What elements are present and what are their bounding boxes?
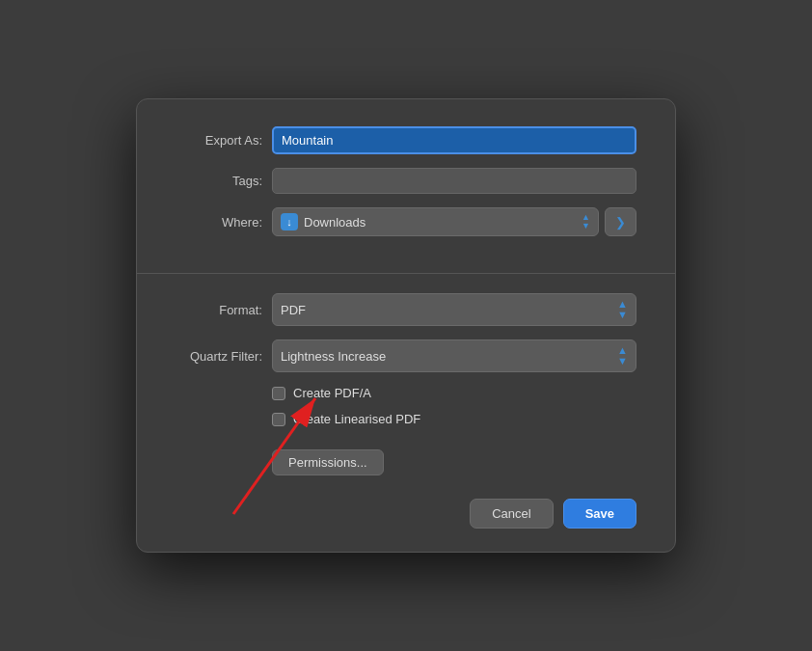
tags-input[interactable]: [272, 168, 636, 194]
where-row: Where: Downloads ▲ ▼ ❯: [176, 207, 636, 236]
stepper-down-icon: ▼: [582, 222, 590, 231]
quartz-filter-value: Lightness Increase: [281, 349, 617, 364]
tags-label: Tags:: [176, 174, 262, 188]
format-select[interactable]: PDF ▲ ▼: [272, 293, 636, 326]
format-label: Format:: [176, 303, 262, 317]
where-select[interactable]: Downloads ▲ ▼: [272, 207, 599, 236]
quartz-stepper-arrows: ▲ ▼: [617, 345, 628, 366]
tags-row: Tags:: [176, 168, 636, 194]
cancel-button[interactable]: Cancel: [470, 499, 553, 529]
format-stepper-arrows: ▲ ▼: [617, 299, 628, 320]
quartz-down-icon: ▼: [617, 356, 628, 366]
create-linearised-row: Create Linearised PDF: [272, 412, 636, 426]
create-linearised-label: Create Linearised PDF: [293, 412, 420, 426]
create-linearised-checkbox[interactable]: [272, 413, 285, 426]
permissions-label: Permissions...: [288, 455, 367, 470]
quartz-filter-label: Quartz Filter:: [176, 349, 262, 364]
quartz-filter-select[interactable]: Lightness Increase ▲ ▼: [272, 339, 636, 372]
create-pdfa-row: Create PDF/A: [272, 386, 636, 400]
where-chevron-button[interactable]: ❯: [605, 207, 636, 236]
create-pdfa-label: Create PDF/A: [293, 386, 371, 400]
format-row: Format: PDF ▲ ▼: [176, 293, 636, 326]
where-select-wrapper: Downloads ▲ ▼ ❯: [272, 207, 636, 236]
where-stepper-arrows: ▲ ▼: [582, 213, 590, 231]
export-as-row: Export As:: [176, 126, 636, 154]
button-row: Cancel Save: [137, 475, 675, 529]
create-pdfa-checkbox[interactable]: [272, 387, 285, 400]
format-value: PDF: [281, 303, 617, 317]
permissions-button[interactable]: Permissions...: [272, 449, 384, 475]
top-section: Export As: Tags: Where: Downloads ▲ ▼: [137, 126, 675, 274]
downloads-icon: [281, 213, 298, 231]
save-button[interactable]: Save: [563, 499, 636, 529]
format-down-icon: ▼: [617, 310, 628, 320]
export-as-label: Export As:: [176, 133, 262, 148]
where-value: Downloads: [304, 215, 576, 230]
quartz-filter-row: Quartz Filter: Lightness Increase ▲ ▼: [176, 339, 636, 372]
export-dialog: Export As: Tags: Where: Downloads ▲ ▼: [136, 98, 676, 553]
export-as-input[interactable]: [272, 126, 636, 154]
where-label: Where:: [176, 215, 262, 230]
chevron-down-icon: ❯: [615, 215, 626, 230]
bottom-section: Format: PDF ▲ ▼ Quartz Filter: Lightness…: [137, 274, 675, 475]
